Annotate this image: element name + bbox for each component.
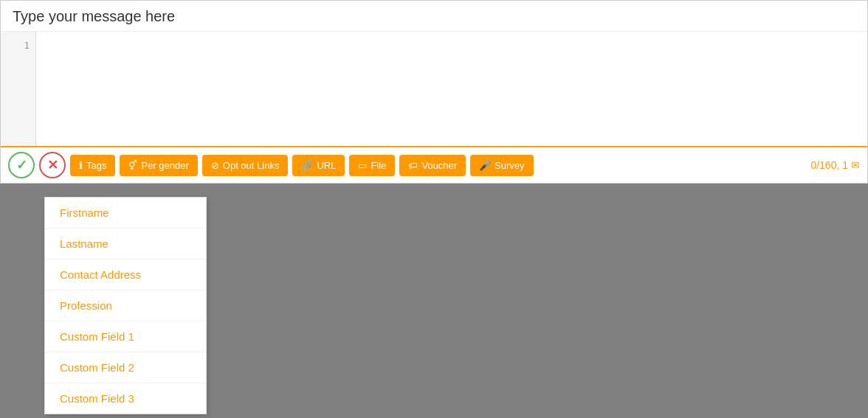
line-numbers: 1 — [1, 32, 36, 146]
url-button[interactable]: 🔗 URL — [292, 155, 345, 176]
url-label: URL — [317, 160, 336, 171]
check-icon: ✓ — [16, 157, 27, 173]
dropdown-item-profession[interactable]: Profession — [45, 290, 206, 321]
cancel-button[interactable]: ✕ — [39, 152, 66, 178]
message-textarea[interactable] — [36, 32, 867, 146]
editor-header: Type your message here — [1, 1, 867, 32]
dropdown-item-custom-field-2[interactable]: Custom Field 2 — [45, 352, 206, 383]
voucher-icon: 🏷 — [408, 160, 418, 171]
voucher-label: Voucher — [421, 160, 457, 171]
survey-button[interactable]: 🎤 Survey — [470, 155, 533, 176]
file-label: File — [371, 160, 386, 171]
file-icon: ▭ — [358, 160, 367, 171]
char-count-value: 0/160, 1 — [810, 159, 848, 171]
tags-button[interactable]: ℹ Tags — [70, 155, 115, 176]
editor-placeholder-text: Type your message here — [13, 8, 175, 24]
confirm-button[interactable]: ✓ — [8, 152, 35, 178]
dropdown-item-custom-field-3[interactable]: Custom Field 3 — [45, 383, 206, 414]
tags-icon: ℹ — [79, 160, 83, 171]
envelope-icon: ✉ — [851, 159, 860, 171]
dropdown-panel: Firstname Lastname Contact Address Profe… — [44, 197, 207, 414]
dropdown-item-contact-address[interactable]: Contact Address — [45, 259, 206, 290]
dropdown-item-lastname[interactable]: Lastname — [45, 229, 206, 259]
opt-out-label: Opt out Links — [223, 160, 280, 171]
survey-label: Survey — [495, 160, 524, 171]
editor-body: 1 — [1, 32, 867, 146]
voucher-button[interactable]: 🏷 Voucher — [399, 155, 466, 176]
opt-out-links-button[interactable]: ⊘ Opt out Links — [202, 155, 289, 176]
tags-label: Tags — [86, 160, 106, 171]
url-icon: 🔗 — [301, 160, 313, 171]
line-number-1: 1 — [1, 36, 35, 52]
editor-container: Type your message here 1 ✓ ✕ ℹ Tags ⚥ Pe… — [0, 0, 868, 184]
dropdown-item-firstname[interactable]: Firstname — [45, 198, 206, 229]
toolbar: ✓ ✕ ℹ Tags ⚥ Per gender ⊘ Opt out Links … — [1, 146, 867, 183]
per-gender-icon: ⚥ — [128, 160, 137, 171]
opt-out-icon: ⊘ — [211, 160, 219, 171]
cancel-icon: ✕ — [47, 157, 58, 173]
file-button[interactable]: ▭ File — [349, 155, 395, 176]
char-count: 0/160, 1 ✉ — [810, 159, 860, 171]
per-gender-label: Per gender — [141, 160, 188, 171]
survey-icon: 🎤 — [479, 160, 491, 171]
per-gender-button[interactable]: ⚥ Per gender — [120, 155, 197, 176]
dropdown-item-custom-field-1[interactable]: Custom Field 1 — [45, 321, 206, 352]
